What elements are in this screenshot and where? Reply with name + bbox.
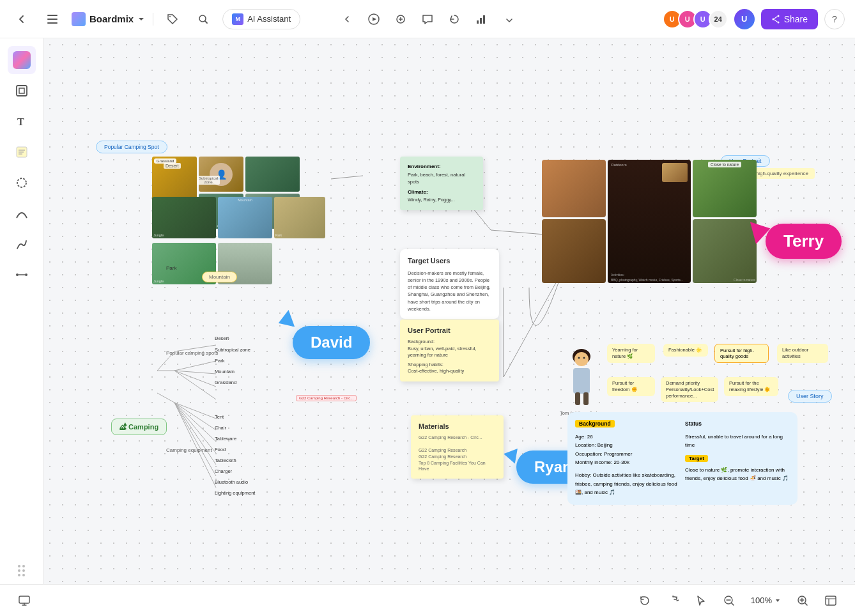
photo-grid-2: Jungle Mountain Park bbox=[152, 197, 325, 238]
svg-line-38 bbox=[331, 176, 363, 179]
location-text: Location: Beijing bbox=[575, 441, 680, 450]
svg-rect-7 bbox=[480, 18, 482, 24]
david-arrow bbox=[275, 310, 295, 332]
sidebar-curve-button[interactable] bbox=[8, 199, 36, 227]
user-portrait-sticky: User Portrait Background:Busy, urban, we… bbox=[400, 320, 499, 381]
popular-spots-mind: Popular camping spots bbox=[166, 350, 218, 356]
mountain-label: Mountain bbox=[202, 272, 237, 282]
svg-line-32 bbox=[174, 403, 216, 430]
play-button[interactable] bbox=[363, 8, 385, 30]
climate-text: Windy, Rainy, Foggy... bbox=[408, 197, 475, 204]
materials-title: Materials bbox=[419, 422, 496, 431]
zoom-in-button[interactable] bbox=[791, 589, 814, 612]
note-icon bbox=[15, 145, 29, 159]
materials-sticky: Materials G22 Camping Research - Circ...… bbox=[411, 415, 504, 479]
svg-rect-6 bbox=[477, 20, 479, 24]
redo-button[interactable] bbox=[661, 589, 684, 612]
frame-icon bbox=[15, 84, 29, 98]
svg-point-3 bbox=[169, 16, 171, 17]
info-card-content: Age: 26 Location: Beijing Occupation: Pr… bbox=[575, 433, 790, 497]
sidebar-frame-button[interactable] bbox=[8, 77, 36, 105]
connector-icon bbox=[15, 268, 29, 282]
mm-bluetooth: Bluetooth audio bbox=[215, 479, 248, 485]
avatar-group: U U U 24 bbox=[663, 10, 728, 29]
prev-button[interactable] bbox=[336, 8, 358, 30]
svg-point-20 bbox=[16, 273, 19, 276]
photo-8: Park bbox=[274, 197, 325, 238]
mm-food: Food bbox=[215, 447, 226, 452]
sidebar-text-button[interactable]: T bbox=[8, 107, 36, 135]
age-text: Age: 26 bbox=[575, 433, 680, 442]
svg-rect-1 bbox=[47, 19, 58, 20]
info-card: Background Status Age: 26 Location: Beij… bbox=[567, 412, 797, 505]
avatar-count: 24 bbox=[709, 10, 728, 29]
svg-point-21 bbox=[25, 273, 27, 276]
shape-icon bbox=[15, 176, 29, 190]
income-text: Monthly income: 20-30k bbox=[575, 458, 680, 467]
park-label: Park bbox=[166, 265, 176, 271]
occupation-text: Occupation: Programmer bbox=[575, 450, 680, 459]
map-view-button[interactable] bbox=[819, 589, 842, 612]
svg-rect-51 bbox=[19, 596, 29, 603]
cursor-tool-button[interactable] bbox=[390, 8, 412, 30]
attr-outdoor-text: Like outdoor activities bbox=[782, 347, 808, 359]
sidebar-connector-button[interactable] bbox=[8, 261, 36, 289]
target-label: Target bbox=[685, 455, 708, 462]
svg-point-45 bbox=[574, 352, 589, 366]
sidebar-note-button[interactable] bbox=[8, 138, 36, 166]
target-text: Close to nature 🌿, promote interaction w… bbox=[685, 466, 790, 483]
svg-line-28 bbox=[174, 371, 216, 387]
svg-rect-12 bbox=[17, 86, 27, 96]
info-left: Age: 26 Location: Beijing Occupation: Pr… bbox=[575, 433, 680, 497]
popular-camping-label: Popular Camping Spot bbox=[96, 141, 167, 153]
g22-label: G22 Camping Research - Circ... bbox=[296, 395, 357, 401]
mountain-mm: Mountain bbox=[215, 369, 235, 374]
right-photo-grid: Activities: BBQ, photography, Watch movi… bbox=[542, 160, 757, 283]
share-button[interactable]: Share bbox=[761, 9, 818, 29]
mm-lighting: Lighting equipment bbox=[215, 490, 255, 496]
mm-grassland: Grassland bbox=[215, 380, 236, 385]
attr-demand-text: Demand priority Personality/Look+Cost pe… bbox=[666, 380, 714, 399]
user-avatar[interactable]: U bbox=[734, 9, 755, 29]
attr-demand: Demand priority Personality/Look+Cost pe… bbox=[661, 377, 718, 402]
mm-charger: Charger bbox=[215, 468, 232, 474]
sidebar-draw-button[interactable] bbox=[8, 230, 36, 258]
presentation-button[interactable] bbox=[13, 589, 36, 612]
zoom-display[interactable]: 100% bbox=[746, 593, 786, 608]
ryan-arrow bbox=[502, 446, 518, 463]
divider-1 bbox=[153, 13, 153, 26]
svg-text:T: T bbox=[17, 116, 24, 127]
history-button[interactable] bbox=[443, 8, 465, 30]
canvas[interactable]: Popular Camping Spot 👤 Grassland Subtrop… bbox=[43, 38, 855, 584]
comment-button[interactable] bbox=[417, 8, 438, 30]
sidebar-shape-button[interactable] bbox=[8, 169, 36, 197]
svg-rect-47 bbox=[575, 392, 580, 405]
ai-assistant-button[interactable]: M AI Assistant bbox=[222, 9, 300, 29]
chart-button[interactable] bbox=[470, 8, 492, 30]
desert-mm: Desert bbox=[215, 335, 229, 341]
svg-line-33 bbox=[174, 403, 216, 442]
brand-label: Boardmix bbox=[89, 13, 134, 24]
zoom-out-button[interactable] bbox=[718, 589, 741, 612]
more-button[interactable] bbox=[497, 8, 519, 30]
status-text: Stressful, unable to travel around for a… bbox=[685, 433, 790, 450]
attr-lifestyle: Pursuit for the relaxing lifestyle 🌞 bbox=[724, 377, 778, 396]
target-users-text: Decision-makers are mostly female, senio… bbox=[408, 270, 491, 313]
brand[interactable]: Boardmix bbox=[72, 12, 145, 26]
equipment-label: Camping equipment bbox=[166, 447, 212, 453]
mm-chair: Chair bbox=[215, 425, 226, 431]
bottom-left-tools bbox=[13, 589, 36, 612]
tag-button[interactable] bbox=[161, 8, 184, 31]
david-bubble: David bbox=[293, 326, 370, 359]
menu-button[interactable] bbox=[41, 8, 64, 31]
select-tool-button[interactable] bbox=[689, 589, 712, 612]
ryan-name: Ryan bbox=[534, 458, 572, 475]
undo-button[interactable] bbox=[633, 589, 656, 612]
back-button[interactable] bbox=[10, 8, 33, 31]
search-button[interactable] bbox=[192, 8, 215, 31]
sidebar-palette-button[interactable] bbox=[8, 46, 36, 74]
climate-title: Climate: bbox=[408, 189, 475, 196]
mm-park: Park bbox=[215, 358, 224, 364]
help-button[interactable]: ? bbox=[824, 9, 845, 29]
svg-line-30 bbox=[157, 393, 174, 403]
